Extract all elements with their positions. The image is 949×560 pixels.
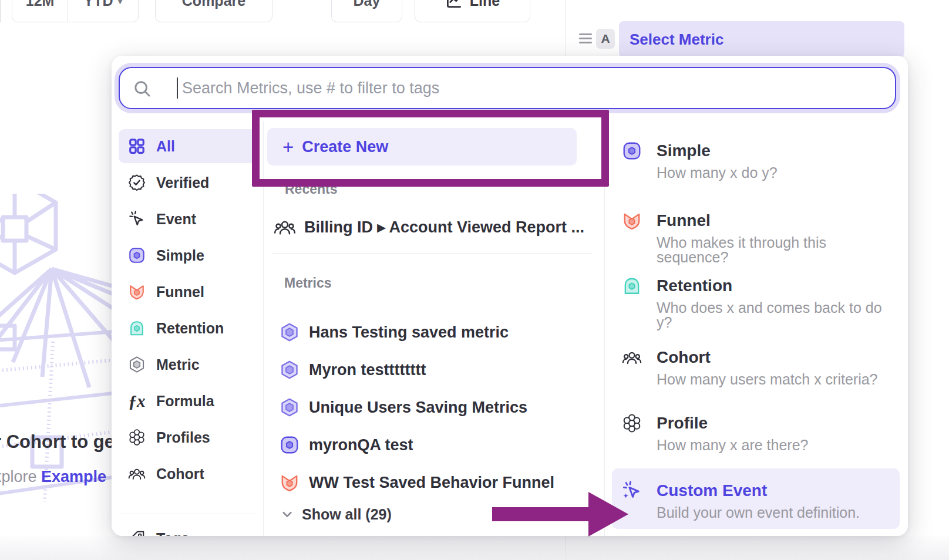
saved-metric-icon	[280, 397, 299, 417]
sidebar-section-divider	[121, 514, 255, 514]
chevron-down-icon	[281, 508, 294, 521]
sidebar-item-cohort[interactable]: Cohort	[119, 457, 257, 491]
list-divider	[272, 253, 593, 254]
type-option-profile[interactable]: Profile How many x are there?	[622, 413, 898, 453]
funnel-icon	[622, 211, 642, 231]
profiles-icon	[622, 413, 642, 433]
simple-icon	[622, 141, 642, 161]
annotation-rectangle	[252, 110, 609, 187]
grid-icon	[128, 137, 146, 155]
cohort-icon	[274, 216, 296, 238]
retention-icon	[622, 276, 642, 296]
background-heading: r Cohort to ge	[0, 431, 115, 453]
show-all-toggle[interactable]: Show all (29)	[281, 504, 392, 524]
list-item[interactable]: Hans Testing saved metric	[280, 316, 509, 349]
formula-icon: ƒx	[128, 392, 146, 410]
recent-item[interactable]: Billing ID ▸ Account Viewed Report ...	[274, 211, 584, 244]
background-link-line: xplore Example R	[0, 468, 122, 486]
annotation-arrow	[492, 491, 628, 538]
metric-search-bar[interactable]	[119, 67, 896, 109]
heading-fragment: r	[0, 431, 1, 452]
select-metric-field[interactable]: Select Metric	[619, 21, 904, 58]
saved-metric-icon	[280, 360, 299, 380]
retention-icon	[128, 319, 146, 337]
list-item[interactable]: myronQA test	[280, 429, 413, 461]
sidebar-item-simple[interactable]: Simple	[119, 238, 257, 272]
tag-icon	[128, 529, 146, 536]
saved-metric-icon	[280, 322, 299, 342]
sidebar-item-event[interactable]: Event	[119, 202, 257, 236]
profiles-icon	[128, 429, 146, 446]
funnel-icon	[280, 473, 299, 492]
chevron-down-icon: ▾	[118, 0, 123, 6]
sidebar-item-funnel[interactable]: Funnel	[119, 275, 257, 309]
list-item[interactable]: Unique Users Saving Metrics	[280, 391, 527, 424]
app-screenshot: r Cohort to ge xplore Example R 12M YTD▾…	[0, 0, 949, 560]
type-option-funnel[interactable]: Funnel Who makes it through this sequenc…	[622, 211, 898, 265]
panel-edge-line	[0, 0, 1, 22]
event-icon	[128, 210, 146, 228]
metric-icon	[128, 356, 146, 373]
sidebar-item-all[interactable]: All	[119, 129, 257, 163]
range-ytd-button[interactable]: YTD▾	[68, 0, 138, 22]
drag-handle[interactable]	[579, 33, 592, 43]
funnel-icon	[128, 283, 146, 301]
simple-icon	[280, 435, 299, 455]
cohort-icon	[622, 348, 642, 367]
sidebar-item-tags[interactable]: Tags	[119, 521, 257, 536]
chart-type-line-button[interactable]: Line	[415, 0, 530, 22]
type-option-retention[interactable]: Retention Who does x and comes back to d…	[622, 276, 898, 330]
text-caret	[177, 77, 178, 99]
cohort-icon	[128, 465, 146, 483]
metrics-section-label: Metrics	[284, 275, 332, 291]
line-chart-icon	[445, 0, 463, 9]
date-range-segmented-control: 12M YTD▾	[12, 0, 139, 22]
type-option-simple[interactable]: Simple How many x do y?	[622, 141, 898, 180]
compare-button[interactable]: Compare	[155, 0, 272, 22]
simple-icon	[128, 247, 146, 264]
series-a-badge: A	[596, 29, 615, 49]
search-icon	[133, 79, 152, 98]
type-option-custom-event[interactable]: Custom Event Build your own event defini…	[622, 481, 898, 520]
example-link[interactable]: Example	[41, 468, 106, 485]
sidebar-item-verified[interactable]: Verified	[119, 166, 257, 200]
list-item[interactable]: Myron testttttttt	[280, 353, 426, 386]
sidebar-item-profiles[interactable]: Profiles	[119, 420, 257, 454]
page-bottom-edge	[0, 536, 949, 560]
sidebar-item-formula[interactable]: ƒx Formula	[119, 384, 257, 418]
range-12m-button[interactable]: 12M	[12, 0, 68, 22]
verified-icon	[128, 174, 146, 191]
granularity-day-button[interactable]: Day	[331, 0, 402, 22]
sidebar-item-retention[interactable]: Retention	[119, 311, 257, 345]
search-input[interactable]	[182, 68, 881, 108]
sidebar-item-metric[interactable]: Metric	[119, 348, 257, 382]
type-option-cohort[interactable]: Cohort How many users match x criteria?	[622, 348, 898, 387]
